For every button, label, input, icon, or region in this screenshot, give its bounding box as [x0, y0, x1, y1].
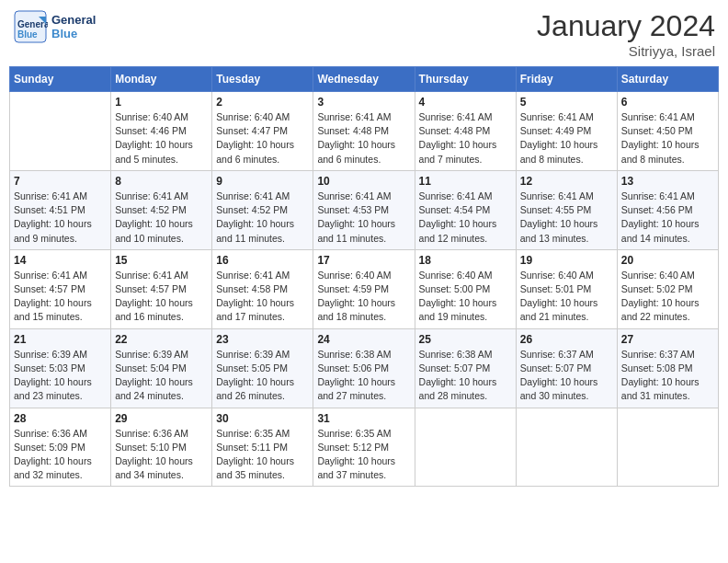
- calendar-day-cell: 30Sunrise: 6:35 AMSunset: 5:11 PMDayligh…: [212, 408, 313, 487]
- title-block: January 2024 Sitriyya, Israel: [537, 9, 715, 59]
- day-info: Sunrise: 6:36 AMSunset: 5:10 PMDaylight:…: [115, 427, 208, 483]
- calendar-day-cell: 1Sunrise: 6:40 AMSunset: 4:46 PMDaylight…: [111, 92, 212, 171]
- day-info: Sunrise: 6:37 AMSunset: 5:07 PMDaylight:…: [520, 348, 613, 404]
- day-info: Sunrise: 6:40 AMSunset: 5:01 PMDaylight:…: [520, 269, 613, 325]
- calendar-day-cell: 29Sunrise: 6:36 AMSunset: 5:10 PMDayligh…: [111, 408, 212, 487]
- day-of-week-header: Saturday: [617, 67, 718, 92]
- day-info: Sunrise: 6:41 AMSunset: 4:57 PMDaylight:…: [14, 269, 107, 325]
- svg-text:Blue: Blue: [17, 29, 38, 40]
- day-info: Sunrise: 6:39 AMSunset: 5:05 PMDaylight:…: [216, 348, 309, 404]
- calendar-day-cell: 3Sunrise: 6:41 AMSunset: 4:48 PMDaylight…: [313, 92, 415, 171]
- calendar-day-cell: [415, 408, 516, 487]
- day-of-week-header: Sunday: [10, 67, 111, 92]
- day-number: 27: [621, 333, 714, 346]
- calendar-day-cell: 22Sunrise: 6:39 AMSunset: 5:04 PMDayligh…: [111, 328, 212, 408]
- day-number: 13: [621, 175, 714, 188]
- calendar-day-cell: 26Sunrise: 6:37 AMSunset: 5:07 PMDayligh…: [516, 328, 617, 408]
- day-number: 11: [419, 175, 512, 188]
- calendar-day-cell: 24Sunrise: 6:38 AMSunset: 5:06 PMDayligh…: [313, 328, 415, 408]
- day-number: 5: [520, 96, 613, 109]
- day-number: 19: [520, 254, 613, 267]
- day-info: Sunrise: 6:38 AMSunset: 5:07 PMDaylight:…: [419, 348, 512, 404]
- day-info: Sunrise: 6:35 AMSunset: 5:11 PMDaylight:…: [216, 427, 309, 483]
- calendar-week-row: 28Sunrise: 6:36 AMSunset: 5:09 PMDayligh…: [10, 408, 719, 487]
- day-number: 18: [419, 254, 512, 267]
- day-number: 28: [14, 412, 107, 425]
- day-of-week-header: Tuesday: [212, 67, 313, 92]
- calendar-day-cell: [516, 408, 617, 487]
- day-info: Sunrise: 6:39 AMSunset: 5:04 PMDaylight:…: [115, 348, 208, 404]
- day-number: 2: [216, 96, 309, 109]
- day-info: Sunrise: 6:40 AMSunset: 4:59 PMDaylight:…: [317, 269, 410, 325]
- day-info: Sunrise: 6:41 AMSunset: 4:57 PMDaylight:…: [115, 269, 208, 325]
- day-number: 25: [419, 333, 512, 346]
- day-number: 31: [317, 412, 410, 425]
- calendar-day-cell: 20Sunrise: 6:40 AMSunset: 5:02 PMDayligh…: [617, 249, 718, 328]
- day-info: Sunrise: 6:37 AMSunset: 5:08 PMDaylight:…: [621, 348, 714, 404]
- calendar-day-cell: 13Sunrise: 6:41 AMSunset: 4:56 PMDayligh…: [617, 170, 718, 249]
- calendar-day-cell: 15Sunrise: 6:41 AMSunset: 4:57 PMDayligh…: [111, 249, 212, 328]
- day-of-week-header: Friday: [516, 67, 617, 92]
- day-info: Sunrise: 6:41 AMSunset: 4:52 PMDaylight:…: [115, 190, 208, 246]
- day-info: Sunrise: 6:36 AMSunset: 5:09 PMDaylight:…: [14, 427, 107, 483]
- day-number: 26: [520, 333, 613, 346]
- day-number: 12: [520, 175, 613, 188]
- calendar-day-cell: 11Sunrise: 6:41 AMSunset: 4:54 PMDayligh…: [415, 170, 516, 249]
- logo: General Blue General Blue: [13, 9, 96, 44]
- day-number: 4: [419, 96, 512, 109]
- calendar-day-cell: 27Sunrise: 6:37 AMSunset: 5:08 PMDayligh…: [617, 328, 718, 408]
- day-number: 1: [115, 96, 208, 109]
- calendar-week-row: 21Sunrise: 6:39 AMSunset: 5:03 PMDayligh…: [10, 328, 719, 408]
- day-info: Sunrise: 6:40 AMSunset: 4:46 PMDaylight:…: [115, 110, 208, 167]
- calendar-day-cell: 12Sunrise: 6:41 AMSunset: 4:55 PMDayligh…: [516, 170, 617, 249]
- day-info: Sunrise: 6:41 AMSunset: 4:55 PMDaylight:…: [520, 190, 613, 246]
- logo-icon: General Blue: [13, 9, 48, 44]
- day-info: Sunrise: 6:41 AMSunset: 4:54 PMDaylight:…: [419, 190, 512, 246]
- calendar-week-row: 14Sunrise: 6:41 AMSunset: 4:57 PMDayligh…: [10, 249, 719, 328]
- calendar-day-cell: 16Sunrise: 6:41 AMSunset: 4:58 PMDayligh…: [212, 249, 313, 328]
- logo-text-line2: Blue: [51, 27, 96, 40]
- day-info: Sunrise: 6:41 AMSunset: 4:52 PMDaylight:…: [216, 190, 309, 246]
- logo-text-line1: General: [51, 13, 96, 27]
- calendar-week-row: 1Sunrise: 6:40 AMSunset: 4:46 PMDaylight…: [10, 92, 719, 171]
- calendar-day-cell: 17Sunrise: 6:40 AMSunset: 4:59 PMDayligh…: [313, 249, 415, 328]
- day-number: 8: [115, 175, 208, 188]
- calendar-day-cell: 21Sunrise: 6:39 AMSunset: 5:03 PMDayligh…: [10, 328, 111, 408]
- day-info: Sunrise: 6:41 AMSunset: 4:56 PMDaylight:…: [621, 190, 714, 246]
- day-info: Sunrise: 6:39 AMSunset: 5:03 PMDaylight:…: [14, 348, 107, 404]
- calendar-day-cell: [10, 92, 111, 171]
- calendar-day-cell: 7Sunrise: 6:41 AMSunset: 4:51 PMDaylight…: [10, 170, 111, 249]
- day-number: 20: [621, 254, 714, 267]
- day-info: Sunrise: 6:40 AMSunset: 4:47 PMDaylight:…: [216, 110, 309, 167]
- calendar-table: SundayMondayTuesdayWednesdayThursdayFrid…: [9, 66, 719, 487]
- day-info: Sunrise: 6:41 AMSunset: 4:58 PMDaylight:…: [216, 269, 309, 325]
- calendar-day-cell: 31Sunrise: 6:35 AMSunset: 5:12 PMDayligh…: [313, 408, 415, 487]
- day-number: 7: [14, 175, 107, 188]
- day-number: 10: [317, 175, 410, 188]
- calendar-day-cell: 2Sunrise: 6:40 AMSunset: 4:47 PMDaylight…: [212, 92, 313, 171]
- day-number: 6: [621, 96, 714, 109]
- day-of-week-header: Wednesday: [313, 67, 415, 92]
- month-title: January 2024: [537, 9, 715, 43]
- day-info: Sunrise: 6:35 AMSunset: 5:12 PMDaylight:…: [317, 427, 410, 483]
- day-number: 17: [317, 254, 410, 267]
- day-number: 23: [216, 333, 309, 346]
- day-number: 24: [317, 333, 410, 346]
- calendar-day-cell: 19Sunrise: 6:40 AMSunset: 5:01 PMDayligh…: [516, 249, 617, 328]
- day-info: Sunrise: 6:38 AMSunset: 5:06 PMDaylight:…: [317, 348, 410, 404]
- day-number: 30: [216, 412, 309, 425]
- calendar-day-cell: 18Sunrise: 6:40 AMSunset: 5:00 PMDayligh…: [415, 249, 516, 328]
- day-of-week-header: Monday: [111, 67, 212, 92]
- calendar-day-cell: 8Sunrise: 6:41 AMSunset: 4:52 PMDaylight…: [111, 170, 212, 249]
- day-number: 22: [115, 333, 208, 346]
- page-header: General Blue General Blue January 2024 S…: [9, 9, 719, 59]
- calendar-day-cell: 4Sunrise: 6:41 AMSunset: 4:48 PMDaylight…: [415, 92, 516, 171]
- day-of-week-header: Thursday: [415, 67, 516, 92]
- day-info: Sunrise: 6:41 AMSunset: 4:51 PMDaylight:…: [14, 190, 107, 246]
- day-info: Sunrise: 6:41 AMSunset: 4:48 PMDaylight:…: [419, 110, 512, 167]
- day-info: Sunrise: 6:41 AMSunset: 4:53 PMDaylight:…: [317, 190, 410, 246]
- day-info: Sunrise: 6:41 AMSunset: 4:48 PMDaylight:…: [317, 110, 410, 167]
- day-number: 15: [115, 254, 208, 267]
- day-number: 21: [14, 333, 107, 346]
- day-info: Sunrise: 6:40 AMSunset: 5:02 PMDaylight:…: [621, 269, 714, 325]
